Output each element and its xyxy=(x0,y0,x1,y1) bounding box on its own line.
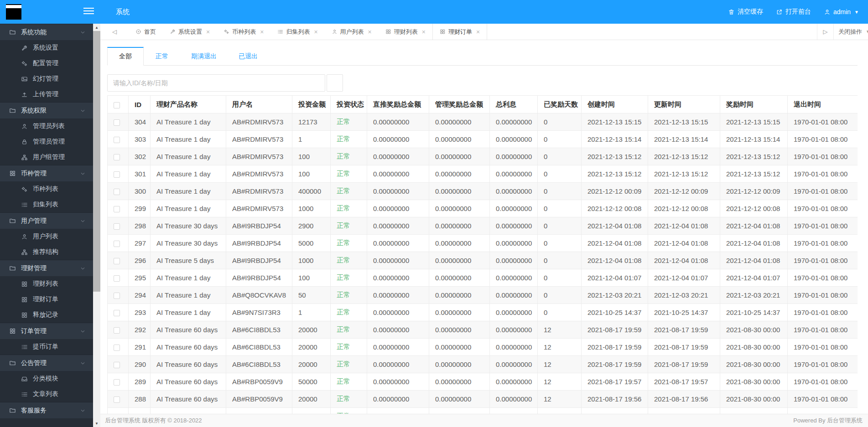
row-checkbox[interactable] xyxy=(114,171,120,178)
close-icon[interactable]: × xyxy=(422,28,426,36)
sidebar-item-label: 币种列表 xyxy=(33,185,58,193)
sidebar-item-label: 管理员管理 xyxy=(33,138,65,146)
cell-exit_at: 1970-01-01 08:00 xyxy=(788,148,858,165)
sidebar-item-订单管理[interactable]: 订单管理 xyxy=(0,323,93,339)
row-checkbox[interactable] xyxy=(114,154,120,160)
filter-tab-已退出[interactable]: 已退出 xyxy=(228,47,269,66)
cell-manage_reward: 0.00000000 xyxy=(429,269,490,287)
row-checkbox[interactable] xyxy=(114,275,120,282)
sidebar-item-提币订单[interactable]: 提币订单 xyxy=(0,339,93,355)
row-checkbox[interactable] xyxy=(114,396,120,403)
sidebar-item-幻灯管理[interactable]: 幻灯管理 xyxy=(0,71,93,87)
scrollbar-thumb[interactable] xyxy=(93,31,100,292)
column-header: 退出时间 xyxy=(788,96,858,113)
cell-reward_days: 0 xyxy=(538,131,582,148)
sidebar-toggle-button[interactable] xyxy=(83,8,94,15)
scrollbar-up-arrow-icon[interactable]: ▲ xyxy=(93,24,100,31)
row-checkbox[interactable] xyxy=(114,310,120,316)
close-operations-dropdown[interactable]: 关闭操作 ▼ xyxy=(833,24,868,40)
close-icon[interactable]: × xyxy=(206,28,210,36)
cell-manage_reward: 0.00000000 xyxy=(429,217,490,235)
cell-exit_at: 1970-01-01 08:00 xyxy=(788,235,858,252)
sidebar-item-归集列表[interactable]: 归集列表 xyxy=(0,197,93,212)
topbar-action-清空缓存[interactable]: 清空缓存 xyxy=(722,0,769,24)
cell-product: AI Treasure 1 day xyxy=(151,269,226,287)
row-checkbox[interactable] xyxy=(114,379,120,386)
row-checkbox[interactable] xyxy=(114,189,120,195)
filter-tab-正常[interactable]: 正常 xyxy=(144,47,180,66)
cell-id: 296 xyxy=(129,252,151,269)
scrollbar-down-arrow-icon[interactable]: ▼ xyxy=(93,420,100,427)
sidebar-item-配置管理[interactable]: 配置管理 xyxy=(0,56,93,71)
table-row: 288AI Treasure 60 daysAB#RBP0059V920000正… xyxy=(108,391,858,408)
filter-tab-全部[interactable]: 全部 xyxy=(107,47,144,66)
cell-username: AB#I9RBDJP54 xyxy=(226,217,292,235)
topbar-action-打开前台[interactable]: 打开前台 xyxy=(769,0,817,24)
sidebar-item-理财订单[interactable]: 理财订单 xyxy=(0,292,93,307)
sidebar-item-推荐结构[interactable]: 推荐结构 xyxy=(0,244,93,260)
row-checkbox[interactable] xyxy=(114,327,120,334)
cell-product: AI Treasure 5 days xyxy=(151,252,226,269)
cell-created_at: 2021-12-04 01:08 xyxy=(582,252,648,269)
row-checkbox[interactable] xyxy=(114,293,120,299)
cell-product: AI Treasure 1 day xyxy=(151,287,226,304)
filter-tab-期满退出[interactable]: 期满退出 xyxy=(180,47,228,66)
sidebar-item-币种列表[interactable]: 币种列表 xyxy=(0,181,93,197)
cell-updated_at: 2021-08-17 19:59 xyxy=(648,339,720,356)
tab-币种列表[interactable]: 币种列表× xyxy=(217,24,270,40)
row-checkbox[interactable] xyxy=(114,345,120,351)
close-icon[interactable]: × xyxy=(260,28,264,36)
close-icon[interactable]: × xyxy=(368,28,372,36)
tab-归集列表[interactable]: 归集列表× xyxy=(270,24,324,40)
tab-用户列表[interactable]: 用户列表× xyxy=(325,24,379,40)
close-icon[interactable]: × xyxy=(314,28,317,36)
sidebar-item-用户管理[interactable]: 用户管理 xyxy=(0,212,93,229)
cell-username: AB#RBP0059V9 xyxy=(226,373,292,391)
sidebar-item-用户列表[interactable]: 用户列表 xyxy=(0,229,93,244)
topbar-action-admin[interactable]: admin▼ xyxy=(817,0,865,24)
row-checkbox[interactable] xyxy=(114,362,120,368)
sidebar-item-理财管理[interactable]: 理财管理 xyxy=(0,260,93,276)
tab-首页[interactable]: 首页 xyxy=(129,24,163,40)
cell-created_at: 2021-12-13 15:12 xyxy=(582,148,648,165)
sidebar-item-客服服务[interactable]: 客服服务 xyxy=(0,402,93,418)
close-icon[interactable]: × xyxy=(476,28,480,36)
sidebar-item-系统设置[interactable]: 系统设置 xyxy=(0,40,93,56)
sidebar-item-管理员管理[interactable]: 管理员管理 xyxy=(0,134,93,149)
sidebar-item-用户组管理[interactable]: 用户组管理 xyxy=(0,149,93,165)
cell-username: AB#RDMIRV573 xyxy=(226,113,292,131)
tabs-scroll-right-button[interactable]: ▷ xyxy=(817,24,833,40)
select-all-checkbox[interactable] xyxy=(114,102,120,108)
close-operations-label: 关闭操作 xyxy=(838,28,862,36)
sidebar-item-label: 上传管理 xyxy=(33,90,58,98)
tab-理财列表[interactable]: 理财列表× xyxy=(379,24,432,40)
cell-exit_at: 1970-01-01 08:00 xyxy=(788,321,858,339)
sidebar-item-公告管理[interactable]: 公告管理 xyxy=(0,355,93,371)
sidebar-item-上传管理[interactable]: 上传管理 xyxy=(0,87,93,102)
row-checkbox[interactable] xyxy=(114,223,120,230)
row-checkbox[interactable] xyxy=(114,258,120,264)
tab-系统设置[interactable]: 系统设置× xyxy=(163,24,217,40)
cell-reward_days: 0 xyxy=(538,148,582,165)
sidebar-item-分类模块[interactable]: 分类模块 xyxy=(0,371,93,386)
cell-exit_at: 1970-01-01 08:00 xyxy=(788,356,858,373)
sidebar-item-币种管理[interactable]: 币种管理 xyxy=(0,165,93,181)
row-checkbox[interactable] xyxy=(114,206,120,212)
cell-reward_days: 0 xyxy=(538,252,582,269)
search-button[interactable] xyxy=(327,74,343,92)
sidebar-item-管理员列表[interactable]: 管理员列表 xyxy=(0,118,93,134)
sidebar-scrollbar[interactable]: ▲ ▼ xyxy=(93,24,100,427)
cell-amount: 20000 xyxy=(292,339,331,356)
row-checkbox[interactable] xyxy=(114,241,120,247)
row-checkbox[interactable] xyxy=(114,119,120,126)
sidebar-item-理财列表[interactable]: 理财列表 xyxy=(0,276,93,292)
row-checkbox[interactable] xyxy=(114,137,120,143)
tab-理财订单[interactable]: 理财订单× xyxy=(432,24,487,40)
search-input[interactable] xyxy=(107,74,325,92)
sidebar-item-释放记录[interactable]: 释放记录 xyxy=(0,307,93,323)
tabs-scroll-left-button[interactable]: ◁ xyxy=(100,24,129,40)
cell-total_interest: 0.00000000 xyxy=(490,339,538,356)
sidebar-item-系统权限[interactable]: 系统权限 xyxy=(0,102,93,118)
sidebar-item-文章列表[interactable]: 文章列表 xyxy=(0,386,93,402)
sidebar-item-系统功能[interactable]: 系统功能 xyxy=(0,24,93,40)
